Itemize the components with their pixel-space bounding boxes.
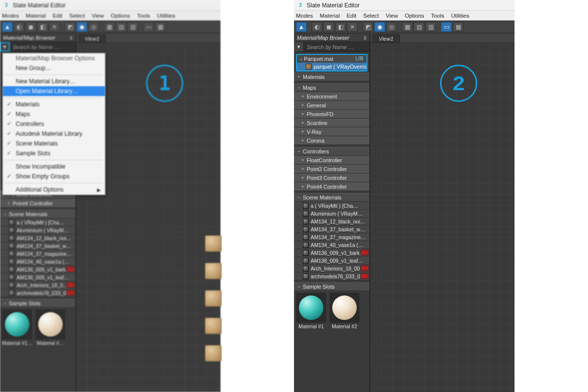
sample-slot-1[interactable]: Material #1… bbox=[2, 310, 32, 346]
tree-point3controller[interactable]: +Point3 Controller bbox=[294, 173, 369, 182]
list-item[interactable]: AM136_009_v1_bark… bbox=[0, 266, 75, 273]
menu-tools[interactable]: Tools bbox=[431, 13, 444, 19]
tool-assign-icon[interactable]: ◼ bbox=[25, 22, 36, 32]
tree-scene-materials[interactable]: −Scene Materials bbox=[294, 193, 369, 202]
tool-e-icon[interactable]: ▤ bbox=[414, 22, 424, 32]
list-item[interactable]: Arch_Interiors_18_0… bbox=[0, 281, 75, 289]
menu-new-material-library[interactable]: New Material Library… bbox=[3, 76, 105, 86]
tool-pick-icon[interactable]: ◐ bbox=[312, 22, 322, 32]
menu-edit[interactable]: Edit bbox=[52, 13, 62, 19]
list-item[interactable]: archmodels76_033_0… bbox=[294, 272, 369, 280]
browser-options-dropdown-icon[interactable]: ▼ bbox=[294, 42, 304, 51]
menu-material[interactable]: Material bbox=[26, 13, 46, 19]
tree-maps-corona[interactable]: +Corona bbox=[294, 136, 369, 145]
menu-select[interactable]: Select bbox=[363, 13, 379, 19]
sample-slot-1[interactable]: Material #1 bbox=[296, 293, 326, 329]
menu-edit[interactable]: Edit bbox=[346, 13, 356, 19]
tool-d-icon[interactable]: ▦ bbox=[104, 22, 115, 32]
tool-layout-icon[interactable]: ▭ bbox=[143, 22, 154, 32]
menubar[interactable]: Modes Material Edit Select View Options … bbox=[0, 11, 220, 21]
tool-a-icon[interactable]: ◩ bbox=[363, 22, 373, 32]
loaded-library-parquet[interactable]: − Parquet.mat LIB parquet ( VRayOverrid… bbox=[296, 54, 368, 72]
list-item[interactable]: Alumimium ( VRayM… bbox=[294, 210, 369, 218]
list-item[interactable]: AM136_009_v1_leaf… bbox=[0, 273, 75, 281]
menu-modes[interactable]: Modes bbox=[296, 13, 313, 19]
tool-x-icon[interactable]: ✕ bbox=[49, 22, 60, 32]
tool-layout-icon[interactable]: ▭ bbox=[441, 22, 452, 32]
menu-toggle-adsk-lib[interactable]: ✓Autodesk Material Library bbox=[3, 129, 105, 139]
material-node-thumbnail[interactable] bbox=[205, 318, 221, 334]
tree-maps-general[interactable]: +General bbox=[294, 101, 369, 110]
close-icon[interactable]: x bbox=[364, 34, 367, 41]
list-item[interactable]: AM134_40_vase1a (… bbox=[294, 241, 369, 249]
library-material-parquet[interactable]: parquet ( VRayOverrid… bbox=[297, 63, 367, 71]
tree-sample-slots[interactable]: −Sample Slots bbox=[0, 299, 75, 308]
view-tab[interactable]: View1 bbox=[78, 34, 106, 43]
menu-select[interactable]: Select bbox=[69, 13, 85, 19]
view-canvas[interactable] bbox=[370, 43, 514, 392]
menu-show-incompatible[interactable]: Show Incompatible bbox=[3, 162, 105, 172]
list-item[interactable]: AM134_37_basket_w… bbox=[294, 225, 369, 233]
tool-d-icon[interactable]: ▦ bbox=[402, 22, 413, 32]
list-item[interactable]: AM134_37_magazine… bbox=[0, 250, 75, 258]
tool-b-icon[interactable]: ◉ bbox=[76, 22, 87, 32]
menu-toggle-scene-materials[interactable]: ✓Scene Materials bbox=[3, 139, 105, 148]
tool-select-icon[interactable]: ▲ bbox=[296, 22, 307, 32]
menu-toggle-sample-slots[interactable]: ✓Sample Slots bbox=[3, 148, 105, 158]
list-item[interactable]: AM134_12_black_noi… bbox=[0, 234, 75, 242]
tree-point4controller[interactable]: +Point4 Controller bbox=[0, 199, 75, 208]
menu-toggle-maps[interactable]: ✓Maps bbox=[3, 109, 105, 119]
menu-toggle-materials[interactable]: ✓Materials bbox=[3, 99, 105, 109]
tool-f-icon[interactable]: ▥ bbox=[425, 22, 436, 32]
tree-scene-materials[interactable]: −Scene Materials bbox=[0, 210, 75, 219]
tree-floatcontroller[interactable]: +FloatController bbox=[294, 156, 369, 165]
list-item[interactable]: AM136_009_v1_bark… bbox=[294, 249, 369, 257]
list-item[interactable]: Arch_Interiors_18_00… bbox=[294, 265, 369, 272]
list-item[interactable]: AM136_009_v1_leaf… bbox=[294, 257, 369, 265]
list-item[interactable]: AM134_12_black_noi… bbox=[294, 218, 369, 225]
tool-c-icon[interactable]: ◎ bbox=[88, 22, 99, 32]
menu-modes[interactable]: Modes bbox=[2, 13, 19, 19]
list-item[interactable]: AM134_37_magazine… bbox=[294, 233, 369, 241]
tool-a-icon[interactable]: ◩ bbox=[65, 22, 75, 32]
tree-maps-phoenix[interactable]: +PhoenixFD bbox=[294, 110, 369, 119]
browser-options-dropdown-icon[interactable]: ▼ bbox=[0, 42, 10, 51]
tool-b-icon[interactable]: ◉ bbox=[374, 22, 385, 32]
tool-grid-icon[interactable]: ▦ bbox=[155, 22, 166, 32]
menu-utilities[interactable]: Utilities bbox=[451, 13, 469, 19]
tool-f-icon[interactable]: ▥ bbox=[127, 22, 138, 32]
search-input[interactable]: Search by Name … bbox=[304, 42, 369, 51]
material-node-thumbnail[interactable] bbox=[205, 235, 221, 252]
menu-show-empty-groups[interactable]: ✓Show Empty Groups bbox=[3, 172, 105, 181]
tool-c-icon[interactable]: ◎ bbox=[386, 22, 397, 32]
list-item[interactable]: AM134_40_vase1a (… bbox=[0, 258, 75, 266]
menu-tools[interactable]: Tools bbox=[137, 13, 150, 19]
tool-grid-icon[interactable]: ▦ bbox=[453, 22, 464, 32]
tree-maps-vray[interactable]: +V-Ray bbox=[294, 127, 369, 136]
sample-slot-2[interactable]: Material #… bbox=[35, 310, 66, 346]
tree-point4controller[interactable]: +Point4 Controller bbox=[294, 182, 369, 191]
material-node-thumbnail[interactable] bbox=[205, 290, 221, 307]
tree-materials[interactable]: +Materials bbox=[294, 73, 369, 81]
sample-slot-2[interactable]: Material #2 bbox=[329, 293, 360, 329]
menu-material[interactable]: Material bbox=[320, 13, 340, 19]
tree-sample-slots[interactable]: −Sample Slots bbox=[294, 282, 369, 291]
menu-toggle-controllers[interactable]: ✓Controllers bbox=[3, 119, 105, 129]
view-tab[interactable]: View1 bbox=[372, 34, 400, 43]
menu-additional-options[interactable]: Additional Options▶ bbox=[3, 185, 105, 195]
tool-apply-icon[interactable]: ◧ bbox=[335, 22, 346, 32]
list-item[interactable]: AM134_37_basket_w… bbox=[0, 242, 75, 250]
tool-x-icon[interactable]: ✕ bbox=[347, 22, 358, 32]
tree-controllers[interactable]: −Controllers bbox=[294, 147, 369, 156]
menubar[interactable]: Modes Material Edit Select View Options … bbox=[294, 11, 514, 21]
menu-options[interactable]: Options bbox=[111, 13, 130, 19]
menu-view[interactable]: View bbox=[386, 13, 398, 19]
tree-point2controller[interactable]: +Point2 Controller bbox=[294, 165, 369, 173]
menu-options[interactable]: Options bbox=[405, 13, 424, 19]
tool-e-icon[interactable]: ▤ bbox=[116, 22, 126, 32]
tool-pick-icon[interactable]: ◐ bbox=[14, 22, 24, 32]
menu-open-material-library[interactable]: Open Material Library… bbox=[3, 86, 105, 96]
list-item[interactable]: archmodels76_033_0… bbox=[0, 289, 75, 297]
list-item[interactable]: a ( VRayMtl ) [Cha… bbox=[294, 202, 369, 210]
tool-assign-icon[interactable]: ◼ bbox=[323, 22, 334, 32]
